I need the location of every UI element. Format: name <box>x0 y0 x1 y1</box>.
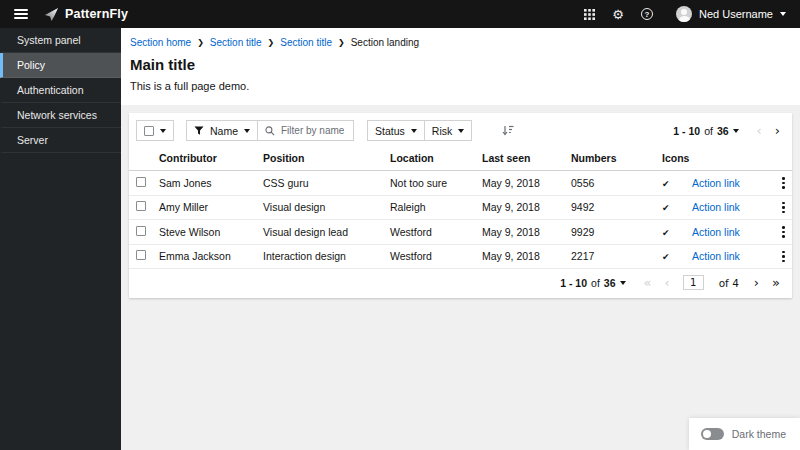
dark-theme-toggle[interactable] <box>701 428 724 440</box>
cell-numbers: 9492 <box>563 195 654 220</box>
brand-name: PatternFly <box>65 7 128 21</box>
sidebar-item-server[interactable]: Server <box>0 128 121 153</box>
last-page-button[interactable]: » <box>772 276 780 289</box>
status-label: Status <box>375 125 405 137</box>
action-link[interactable]: Action link <box>692 250 740 262</box>
check-icon: ✔ <box>662 252 670 262</box>
search-input[interactable]: Filter by name <box>258 120 354 141</box>
row-checkbox[interactable] <box>136 226 146 236</box>
search-placeholder: Filter by name <box>281 125 344 136</box>
chevron-down-icon <box>458 129 464 133</box>
row-checkbox[interactable] <box>136 201 146 211</box>
contributors-table: Contributor Position Location Last seen … <box>129 146 792 269</box>
help-icon[interactable]: ? <box>641 8 653 20</box>
name-filter-dropdown[interactable]: Name <box>186 120 258 141</box>
cell-numbers: 9929 <box>563 220 654 245</box>
next-page-button[interactable]: › <box>754 276 759 289</box>
prev-page-button[interactable]: ‹ <box>664 276 669 289</box>
sidebar-item-system-panel[interactable]: System panel <box>0 28 121 53</box>
chevron-down-icon <box>411 129 417 133</box>
avatar <box>676 6 692 22</box>
bulk-select-checkbox[interactable] <box>144 126 154 136</box>
main-content: Section home ❯ Section title ❯ Section t… <box>121 28 800 450</box>
column-header-numbers: Numbers <box>563 146 654 171</box>
cell-numbers: 2217 <box>563 244 654 269</box>
pagination-total: 36 <box>717 125 729 137</box>
column-header-position: Position <box>255 146 382 171</box>
page-title: Main title <box>130 56 784 73</box>
cell-contributor: Emma Jackson <box>151 244 255 269</box>
breadcrumb-current: Section landing <box>351 37 419 48</box>
prev-page-button[interactable]: ‹ <box>757 124 762 137</box>
status-risk-group: Status Risk <box>367 120 472 141</box>
cell-contributor: Steve Wilson <box>151 220 255 245</box>
column-header-icons: Icons <box>654 146 684 171</box>
masthead-utilities: ⚙ ? Ned Username <box>584 6 786 22</box>
cell-last-seen: May 9, 2018 <box>474 171 563 196</box>
total-pages-label: of 4 <box>719 277 739 289</box>
table-row: Emma Jackson Interaction design Westford… <box>129 244 792 269</box>
sidebar-item-policy[interactable]: Policy <box>0 53 121 78</box>
breadcrumb-separator-icon: ❯ <box>268 38 275 47</box>
row-checkbox[interactable] <box>136 250 146 260</box>
breadcrumb-separator-icon: ❯ <box>338 38 345 47</box>
kebab-menu-button[interactable] <box>778 200 789 216</box>
page-header: Section home ❯ Section title ❯ Section t… <box>121 28 800 105</box>
filter-group: Name Filter by name <box>186 120 354 141</box>
table-row: Sam Jones CSS guru Not too sure May 9, 2… <box>129 171 792 196</box>
pagination-menu-top[interactable]: 1 - 10 of 36 <box>673 125 738 137</box>
table-row: Amy Miller Visual design Raleigh May 9, … <box>129 195 792 220</box>
user-menu[interactable]: Ned Username <box>676 6 786 22</box>
sidebar-item-network-services[interactable]: Network services <box>0 103 121 128</box>
action-link[interactable]: Action link <box>692 177 740 189</box>
pagination-of-label: of <box>704 125 713 137</box>
row-checkbox[interactable] <box>136 177 146 187</box>
pagination-range: 1 - 10 <box>560 277 587 289</box>
kebab-menu-button[interactable] <box>778 224 789 240</box>
chevron-down-icon <box>733 129 739 133</box>
pagination-menu-bottom[interactable]: 1 - 10 of 36 <box>560 277 625 289</box>
dark-theme-label: Dark theme <box>732 428 786 440</box>
cell-last-seen: May 9, 2018 <box>474 220 563 245</box>
action-link[interactable]: Action link <box>692 201 740 213</box>
breadcrumb-link-home[interactable]: Section home <box>130 37 191 48</box>
next-page-button[interactable]: › <box>775 124 780 137</box>
breadcrumb: Section home ❯ Section title ❯ Section t… <box>130 37 784 48</box>
breadcrumb-link-section-2[interactable]: Section title <box>280 37 332 48</box>
bulk-select-dropdown[interactable] <box>136 120 174 141</box>
check-icon: ✔ <box>662 203 670 213</box>
page-description: This is a full page demo. <box>130 80 784 92</box>
cell-location: Westford <box>382 244 474 269</box>
table-row: Steve Wilson Visual design lead Westford… <box>129 220 792 245</box>
chevron-down-icon <box>160 129 166 133</box>
cell-contributor: Sam Jones <box>151 171 255 196</box>
kebab-menu-button[interactable] <box>778 249 789 265</box>
action-link[interactable]: Action link <box>692 226 740 238</box>
nav-toggle-icon[interactable] <box>14 9 28 19</box>
settings-gear-icon[interactable]: ⚙ <box>612 8 624 21</box>
table-toolbar: Name Filter by name Status <box>129 113 792 146</box>
theme-toggle-card: Dark theme <box>689 418 800 450</box>
sort-button[interactable] <box>498 125 518 136</box>
check-icon: ✔ <box>662 228 670 238</box>
breadcrumb-separator-icon: ❯ <box>197 38 204 47</box>
sidebar-item-authentication[interactable]: Authentication <box>0 78 121 103</box>
first-page-button[interactable]: « <box>644 276 652 289</box>
risk-label: Risk <box>432 125 452 137</box>
name-filter-label: Name <box>210 125 238 137</box>
pagination-bottom: 1 - 10 of 36 « ‹ of 4 › » <box>129 269 792 298</box>
kebab-menu-button[interactable] <box>778 175 789 191</box>
breadcrumb-link-section-1[interactable]: Section title <box>210 37 262 48</box>
current-page-input[interactable] <box>683 275 704 290</box>
brand[interactable]: PatternFly <box>44 7 128 22</box>
pagination-total: 36 <box>604 277 616 289</box>
username: Ned Username <box>699 8 773 20</box>
patternfly-logo-icon <box>44 7 59 22</box>
masthead: PatternFly ⚙ ? Ned Username <box>0 0 800 28</box>
cell-location: Westford <box>382 220 474 245</box>
apps-grid-icon[interactable] <box>584 9 595 20</box>
table-header-row: Contributor Position Location Last seen … <box>129 146 792 171</box>
risk-dropdown[interactable]: Risk <box>425 120 472 141</box>
status-dropdown[interactable]: Status <box>367 120 425 141</box>
cell-position: Interaction design <box>255 244 382 269</box>
